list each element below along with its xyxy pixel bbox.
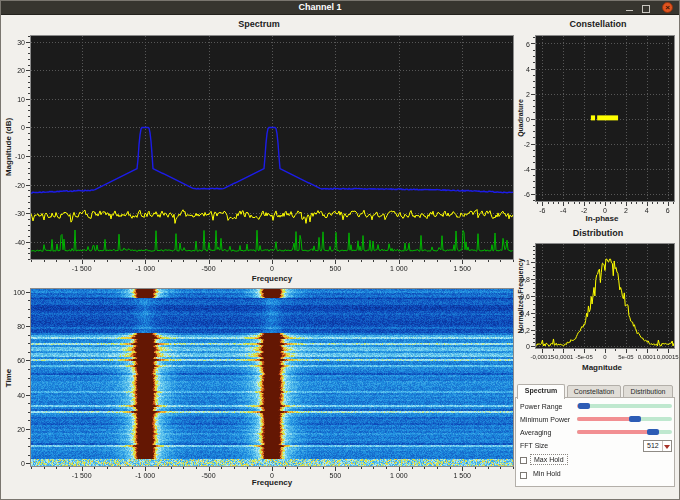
constellation-tick-label: -2: [581, 207, 587, 214]
distribution-tick-label: 0,6: [520, 293, 530, 300]
waterfall-tick-label: -1 500: [72, 472, 92, 479]
constellation-tick-label: -4: [560, 207, 566, 214]
constellation-plot[interactable]: [529, 29, 680, 208]
constellation-tick-label: -6: [524, 190, 530, 197]
distribution-tick-label: 0,00015: [657, 354, 679, 360]
constellation-tick-label: 4: [645, 207, 649, 214]
constellation-tick-label: 0: [603, 207, 607, 214]
distribution-tick-label: 0: [603, 354, 606, 360]
averaging-label: Averaging: [520, 429, 551, 436]
distribution-tick-label: 0,0001: [638, 354, 656, 360]
minimum-power-slider[interactable]: [577, 416, 672, 421]
spectrum-tick-label: 500: [330, 265, 342, 272]
min-hold-checkbox[interactable]: [520, 472, 527, 479]
constellation-tick-label: 2: [624, 207, 628, 214]
spectrum-tick-label: 10: [17, 95, 25, 102]
app-window: Channel 1 Spectrum Magnitude (dB) Freque…: [0, 0, 680, 500]
distribution-tick-label: 0,8: [520, 276, 530, 283]
distribution-tick-label: 0,2: [520, 326, 530, 333]
waterfall-tick-label: 500: [330, 472, 342, 479]
distribution-tick-label: -5e-05: [575, 354, 592, 360]
waterfall-tick-label: 20: [17, 426, 25, 433]
distribution-tick-label: 0: [526, 343, 530, 350]
distribution-plot[interactable]: [529, 237, 680, 355]
tab-spectrum[interactable]: Spectrum: [517, 384, 565, 399]
slider-handle[interactable]: [647, 429, 659, 435]
distribution-tick-label: 5e-05: [618, 354, 633, 360]
spectrum-tick-label: -40: [15, 238, 25, 245]
constellation-tick-label: -6: [539, 207, 545, 214]
distribution-tick-label: 0,4: [520, 309, 530, 316]
constellation-tick-label: 4: [526, 65, 530, 72]
constellation-tick-label: -4: [524, 165, 530, 172]
fft-size-value: 512: [647, 442, 659, 449]
close-icon[interactable]: [662, 2, 673, 13]
waterfall-tick-label: 100: [13, 288, 25, 295]
waterfall-plot[interactable]: [24, 282, 520, 473]
constellation-tick-label: 0: [526, 115, 530, 122]
fft-size-label: FFT Size: [520, 442, 548, 449]
waterfall-tick-label: -500: [202, 472, 216, 479]
constellation-title: Constellation: [569, 19, 626, 29]
constellation-tick-label: 2: [526, 90, 530, 97]
spectrum-tick-label: -1 000: [135, 265, 155, 272]
minimum-power-label: Minimum Power: [520, 416, 570, 423]
spectrum-tick-label: 30: [17, 38, 25, 45]
waterfall-tick-label: 1 500: [453, 472, 471, 479]
window-titlebar[interactable]: Channel 1: [1, 1, 679, 15]
max-hold-checkbox[interactable]: [520, 457, 527, 464]
spectrum-tick-label: -1 500: [72, 265, 92, 272]
distribution-tick-label: -0,00015: [530, 354, 554, 360]
averaging-slider[interactable]: [577, 429, 672, 434]
spectrum-tick-label: -10: [15, 153, 25, 160]
slider-fill: [577, 417, 633, 421]
power-range-slider[interactable]: [577, 403, 672, 408]
waterfall-y-axis-label: Time: [4, 369, 13, 388]
spectrum-tick-label: 0: [270, 265, 274, 272]
max-hold-label: Max Hold: [530, 454, 568, 465]
slider-handle[interactable]: [629, 416, 641, 422]
slider-fill: [577, 430, 651, 434]
waterfall-tick-label: 60: [17, 357, 25, 364]
slider-track: [577, 404, 672, 408]
dropdown-arrow-icon[interactable]: [662, 441, 670, 451]
waterfall-tick-label: 0: [21, 460, 25, 467]
waterfall-tick-label: 80: [17, 322, 25, 329]
waterfall-tick-label: 40: [17, 391, 25, 398]
window-title: Channel 1: [1, 2, 639, 12]
constellation-tick-label: 6: [526, 40, 530, 47]
constellation-x-axis-label: In-phase: [586, 214, 619, 223]
min-hold-label: Min Hold: [530, 469, 564, 478]
spectrum-tick-label: 1 000: [390, 265, 408, 272]
maximize-icon[interactable]: [640, 3, 651, 13]
spectrum-tick-label: -500: [202, 265, 216, 272]
distribution-x-axis-label: Magnitude: [582, 363, 622, 372]
minimize-icon[interactable]: [624, 3, 635, 13]
waterfall-tick-label: -1 000: [135, 472, 155, 479]
distribution-tick-label: 1: [526, 259, 530, 266]
spectrum-tick-label: 20: [17, 67, 25, 74]
constellation-tick-label: -2: [524, 140, 530, 147]
spectrum-tick-label: -30: [15, 210, 25, 217]
waterfall-tick-label: 1 000: [390, 472, 408, 479]
slider-handle[interactable]: [578, 403, 590, 409]
spectrum-y-axis-label: Magnitude (dB): [4, 118, 13, 176]
fft-size-select[interactable]: 512: [643, 440, 672, 452]
spectrum-tick-label: 1 500: [453, 265, 471, 272]
spectrum-plot[interactable]: [24, 29, 520, 266]
power-range-label: Power Range: [520, 403, 562, 410]
spectrum-tick-label: 0: [21, 124, 25, 131]
distribution-tick-label: -0,0001: [553, 354, 573, 360]
constellation-tick-label: 6: [666, 207, 670, 214]
spectrum-title: Spectrum: [238, 19, 280, 29]
spectrum-tick-label: -20: [15, 181, 25, 188]
waterfall-tick-label: 0: [270, 472, 274, 479]
